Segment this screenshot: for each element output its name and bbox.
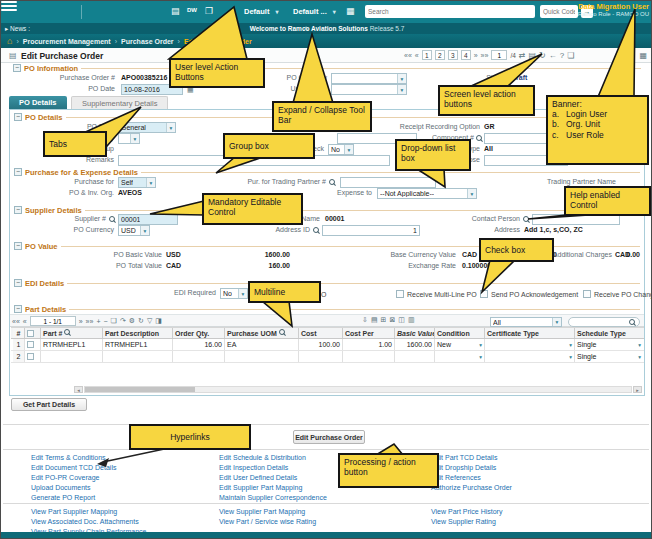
next-record-icon[interactable]: » — [474, 52, 478, 59]
chevron-down-icon[interactable]: ▾ — [552, 318, 561, 326]
delete-row-icon[interactable]: − — [104, 318, 108, 325]
home-icon[interactable]: ⌂ — [7, 36, 12, 46]
back-icon[interactable]: ← — [549, 51, 557, 60]
login-user[interactable]: Data Migration User — [578, 2, 649, 11]
checkbox[interactable] — [396, 290, 404, 298]
scrollbar-thumb[interactable] — [85, 387, 195, 392]
current-page-input[interactable] — [491, 50, 507, 60]
hscroll-left-icon[interactable]: ◂ — [74, 386, 83, 393]
expense-to-dropdown[interactable]: --Not Applicable--▾ — [377, 188, 477, 199]
hyperlink[interactable]: Edit PO-PR Coverage — [31, 473, 116, 483]
help-icon[interactable]: ? — [560, 51, 564, 60]
new-window-icon[interactable]: ❐ — [205, 6, 213, 16]
select-all-checkbox[interactable] — [27, 330, 34, 337]
swap-icon[interactable]: ⇄ — [519, 51, 526, 60]
cell-cost[interactable] — [299, 351, 343, 362]
refresh-icon[interactable]: ↻ — [539, 51, 546, 60]
grid-export5-icon[interactable]: ▥ — [408, 316, 415, 324]
address-id-lens-icon[interactable] — [313, 227, 320, 235]
cell-part-description[interactable] — [103, 351, 173, 362]
col-certificate-type[interactable]: Certificate Type — [485, 328, 575, 338]
horizontal-scrollbar[interactable] — [84, 386, 632, 393]
cell-certificate-dropdown[interactable]: ▾ — [485, 351, 575, 362]
hyperlink[interactable]: Edit Inspection Details — [219, 463, 327, 473]
grid-first-icon[interactable]: «« — [12, 318, 20, 325]
cell-schedule-dropdown[interactable]: Single▾ — [575, 351, 643, 362]
copy-row-icon[interactable]: ❏ — [111, 317, 117, 325]
chevron-down-icon[interactable]: ▾ — [130, 134, 139, 143]
chevron-down-icon[interactable]: ▾ — [146, 178, 155, 187]
col-cost-per[interactable]: Cost Per — [343, 328, 395, 338]
chevron-down-icon[interactable]: ▾ — [638, 354, 641, 360]
hyperlink[interactable]: View Part / Service wise Rating — [219, 517, 316, 527]
first-record-icon[interactable]: «« — [404, 52, 412, 59]
hyperlink[interactable]: Edit Supplier Part Mapping — [219, 483, 327, 493]
quick-code-input[interactable] — [540, 5, 578, 18]
chevron-down-icon[interactable]: ▾ — [238, 289, 247, 298]
hyperlink[interactable]: Edit Terms & Conditions — [31, 453, 116, 463]
hyperlink[interactable]: Edit Part TCD Details — [431, 453, 512, 463]
print-icon[interactable]: ▤ — [529, 51, 537, 60]
checkbox[interactable] — [480, 290, 488, 298]
grid-export3-icon[interactable]: ⊠ — [389, 316, 395, 324]
search-lens-icon[interactable] — [629, 319, 636, 327]
get-part-details-button[interactable]: Get Part Details — [11, 398, 87, 411]
hyperlink[interactable]: Maintain Supplier Correspondence — [219, 493, 327, 503]
cell-cost-per[interactable]: 1.00 — [343, 339, 395, 350]
po-currency-dropdown[interactable]: USD▾ — [118, 225, 150, 236]
purchase-for-dropdown[interactable]: Self▾ — [118, 177, 156, 188]
chevron-down-icon[interactable]: ▾ — [479, 342, 482, 348]
last-record-icon[interactable]: »» — [481, 52, 489, 59]
cell-part-description[interactable]: RTRMHEPL1 — [103, 339, 173, 350]
po-type-dropdown[interactable]: General▾ — [118, 122, 176, 133]
edit-purchase-order-button[interactable]: Edit Purchase Order — [293, 430, 365, 444]
col-purchase-uom[interactable]: Purchase UOM — [225, 328, 299, 338]
col-part[interactable]: Part # — [41, 328, 103, 338]
grid-pager[interactable]: 1 - 1/1 — [30, 316, 76, 326]
prev-record-icon[interactable]: « — [415, 52, 419, 59]
page-4-button[interactable]: 4 — [461, 50, 471, 60]
po-priority-dropdown[interactable]: ▾ — [118, 133, 140, 144]
cell-part[interactable]: RTRMHEPL1 — [41, 339, 103, 350]
grid-settings-icon[interactable]: ⚙ — [129, 317, 135, 325]
row-checkbox[interactable] — [27, 353, 34, 360]
calendar-icon[interactable]: ▦ — [346, 6, 355, 16]
chevron-down-icon[interactable]: ▾ — [166, 123, 175, 132]
hyperlink[interactable]: Edit References — [431, 473, 512, 483]
grid-last-icon[interactable]: »» — [86, 318, 94, 325]
cell-order-qty[interactable] — [173, 351, 225, 362]
breadcrumb-item[interactable]: Procurement Management — [23, 38, 111, 45]
chevron-down-icon[interactable]: ▾ — [479, 354, 482, 360]
cell-condition-dropdown[interactable]: ▾ — [435, 351, 485, 362]
grid-filter2-icon[interactable]: ◨ — [155, 317, 162, 325]
cell-cost-per[interactable] — [343, 351, 395, 362]
tab-po-details[interactable]: PO Details — [9, 96, 67, 109]
po-category-dropdown[interactable]: ▾ — [331, 73, 407, 84]
cell-purchase-uom[interactable] — [225, 351, 299, 362]
breadcrumb-item[interactable]: Edit Purchase Order — [184, 38, 252, 45]
user-status-dropdown[interactable]: ▾ — [331, 84, 407, 95]
grid-view-icon[interactable]: ▦ — [639, 51, 647, 60]
grid-download-icon[interactable]: ⇩ — [362, 316, 368, 324]
collapse-section-icon[interactable]: − — [14, 305, 22, 313]
page-1-button[interactable]: 1 — [422, 50, 432, 60]
report-icon[interactable]: ▤ — [171, 6, 180, 16]
col-part-description[interactable]: Part Description — [103, 328, 173, 338]
hyperlink[interactable]: View Supplier Rating — [431, 517, 502, 527]
grid-filter-icon[interactable]: ▽ — [147, 317, 152, 325]
chevron-down-icon[interactable]: ▾ — [397, 85, 406, 94]
page-3-button[interactable]: 3 — [448, 50, 458, 60]
chevron-down-icon[interactable]: ▾ — [638, 342, 641, 348]
collapse-section-icon[interactable]: − — [13, 64, 21, 72]
component-help-lens-icon[interactable] — [476, 135, 483, 143]
cell-order-qty[interactable]: 16.00 — [173, 339, 225, 350]
trading-partner-input[interactable] — [340, 177, 436, 188]
chevron-down-icon[interactable]: ▾ — [569, 354, 572, 360]
hyperlink[interactable]: Edit User Defined Details — [219, 473, 327, 483]
cell-condition-dropdown[interactable]: New▾ — [435, 339, 485, 350]
collapse-section-icon[interactable]: − — [14, 206, 22, 214]
cell-purchase-uom[interactable]: EA — [225, 339, 299, 350]
col-basic-value[interactable]: Basic Value — [395, 328, 435, 338]
chevron-down-icon[interactable]: ▾ — [569, 342, 572, 348]
hyperlink[interactable]: Upload Documents — [31, 483, 116, 493]
